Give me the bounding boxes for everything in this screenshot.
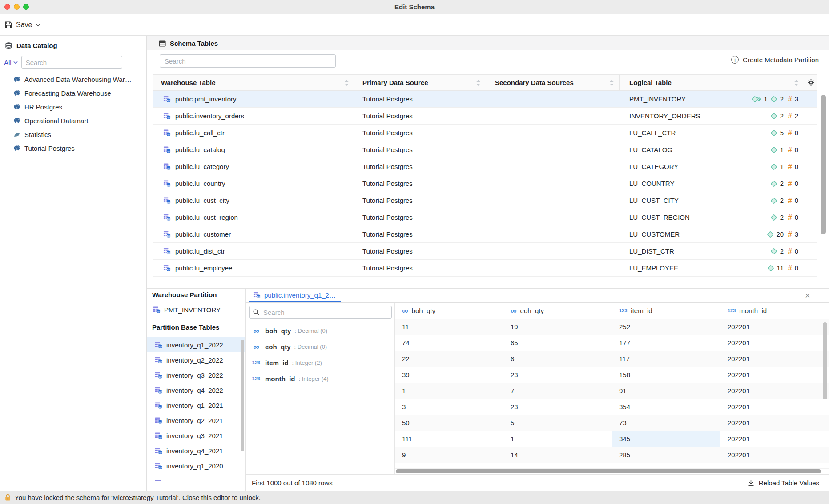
table-row[interactable]: public.lu_call_ctrTutorial PostgresLU_CA… [153, 125, 817, 141]
table-row[interactable]: public.lu_catalogTutorial PostgresLU_CAT… [153, 141, 817, 158]
grid-data-cell[interactable]: 285 [612, 447, 720, 463]
catalog-item[interactable]: HR Postgres [0, 100, 146, 114]
table-row[interactable]: public.pmt_inventoryTutorial PostgresPMT… [153, 91, 817, 108]
warehouse-table-icon [163, 129, 171, 137]
create-metadata-partition-button[interactable]: + Create Metadata Partition [731, 56, 819, 64]
grid-data-cell[interactable]: 23 [503, 367, 612, 383]
grid-data-cell[interactable]: 91 [612, 383, 720, 399]
logical-table-badges: 1#0 [770, 146, 798, 153]
partition-base-table-item[interactable]: inventory_q1_2020 [147, 458, 245, 473]
grid-data-cell[interactable]: 39 [395, 367, 503, 383]
column-search-input[interactable] [249, 306, 392, 319]
table-row[interactable]: public.inventory_ordersTutorial Postgres… [153, 108, 817, 125]
grid-data-cell[interactable]: 117 [612, 351, 720, 367]
save-button[interactable]: Save [4, 20, 40, 30]
logical-table-cell: LU_CATEGORY1#0 [620, 158, 804, 175]
grid-data-cell[interactable]: 1 [395, 383, 503, 399]
close-icon[interactable]: ✕ [805, 292, 810, 300]
grid-data-cell[interactable]: 202201 [720, 399, 829, 415]
warehouse-partition-table[interactable]: PMT_INVENTORY [147, 304, 245, 315]
grid-data-cell[interactable]: 5 [503, 415, 612, 431]
column-header-secondary-data-sources[interactable]: Secondary Data Sources [486, 75, 620, 90]
grid-data-cell[interactable]: 202201 [720, 319, 829, 335]
catalog-item[interactable]: Tutorial Postgres [0, 141, 146, 155]
partition-base-table-item[interactable]: inventory_q4_2021 [147, 443, 245, 458]
grid-data-cell[interactable]: 3 [395, 399, 503, 415]
grid-data-cell[interactable]: 73 [612, 415, 720, 431]
grid-data-cell[interactable]: 354 [612, 399, 720, 415]
table-settings-button[interactable] [804, 75, 817, 90]
grid-data-cell[interactable]: 202201 [720, 431, 829, 447]
catalog-filter-dropdown[interactable]: All [4, 59, 18, 66]
grid-data-cell[interactable]: 1 [503, 431, 612, 447]
table-row[interactable]: public.lu_countryTutorial PostgresLU_COU… [153, 175, 817, 192]
chevron-down-icon[interactable] [36, 24, 40, 27]
tab-table-preview[interactable]: public.inventory_q1_2… [249, 289, 341, 302]
catalog-item[interactable]: Statistics [0, 128, 146, 141]
grid-data-cell[interactable]: 19 [503, 319, 612, 335]
column-header-logical-table[interactable]: Logical Table [620, 75, 804, 90]
table-row[interactable]: public.lu_categoryTutorial PostgresLU_CA… [153, 158, 817, 175]
column-type: : Decimal (0) [294, 327, 327, 334]
partition-base-table-item[interactable]: inventory_q2_2022 [147, 352, 245, 367]
grid-column-header[interactable]: ∞eoh_qty [503, 303, 612, 319]
grid-data-cell[interactable]: 65 [503, 335, 612, 351]
grid-data-cell[interactable]: 202201 [720, 383, 829, 399]
grid-data-cell[interactable]: 11 [395, 319, 503, 335]
column-list-item[interactable]: 123item_id: Integer (2) [246, 355, 394, 371]
grid-data-cell[interactable]: 177 [612, 335, 720, 351]
grid-data-cell[interactable]: 345 [612, 431, 720, 447]
grid-data-cell[interactable]: 202201 [720, 367, 829, 383]
scrollbar-thumb[interactable] [241, 340, 244, 451]
grid-data-cell[interactable]: 14 [503, 447, 612, 463]
grid-column-header[interactable]: ∞boh_qty [395, 303, 503, 319]
grid-data-cell[interactable]: 202201 [720, 335, 829, 351]
grid-data-cell[interactable]: 50 [395, 415, 503, 431]
logical-table-cell: LU_EMPLOYEE11#0 [620, 260, 804, 276]
table-row[interactable]: public.lu_cust_regionTutorial PostgresLU… [153, 209, 817, 226]
column-list-item[interactable]: ∞boh_qty: Decimal (0) [246, 323, 394, 339]
scrollbar-thumb[interactable] [821, 95, 826, 234]
column-header-primary-data-source[interactable]: Primary Data Source [354, 75, 486, 90]
secondary-data-sources-cell [486, 260, 620, 276]
partition-base-table-item[interactable]: inventory_q1_2022 [147, 337, 245, 352]
partition-base-table-item[interactable]: inventory_q3_2022 [147, 367, 245, 383]
catalog-item[interactable]: Operational Datamart [0, 114, 146, 128]
grid-data-cell[interactable]: 252 [612, 319, 720, 335]
grid-column-header[interactable]: 123item_id [612, 303, 720, 319]
grid-data-cell[interactable]: 7 [503, 383, 612, 399]
table-row[interactable]: public.lu_dist_ctrTutorial PostgresLU_DI… [153, 243, 817, 260]
catalog-item[interactable]: Forecasting Data Warehouse [0, 86, 146, 100]
partition-base-table-item[interactable]: inventory_q2_2021 [147, 413, 245, 428]
grid-data-cell[interactable]: 202201 [720, 447, 829, 463]
hash-count: 0 [795, 163, 798, 170]
table-row[interactable]: public.lu_cust_cityTutorial PostgresLU_C… [153, 192, 817, 209]
column-list-item[interactable]: 123month_id: Integer (4) [246, 371, 394, 387]
catalog-search-input[interactable] [21, 56, 122, 69]
scrollbar-thumb[interactable] [823, 322, 827, 399]
grid-data-cell[interactable]: 158 [612, 367, 720, 383]
grid-data-cell[interactable]: 202201 [720, 415, 829, 431]
column-list-item[interactable]: ∞eoh_qty: Decimal (0) [246, 339, 394, 355]
schema-tables-search-input[interactable] [160, 54, 336, 68]
grid-data-cell[interactable]: 202201 [720, 351, 829, 367]
partition-base-table-item[interactable]: inventory_q4_2022 [147, 383, 245, 398]
diamond-count: 2 [780, 214, 784, 221]
table-row[interactable]: public.lu_customerTutorial PostgresLU_CU… [153, 226, 817, 243]
partition-base-table-item[interactable]: inventory_q3_2021 [147, 428, 245, 443]
partition-base-table-item[interactable]: inventory_q1_2021 [147, 398, 245, 413]
grid-data-cell[interactable]: 23 [503, 399, 612, 415]
scrollbar-thumb[interactable] [396, 469, 821, 473]
grid-data-cell[interactable]: 74 [395, 335, 503, 351]
column-header-warehouse-table[interactable]: Warehouse Table [153, 75, 354, 90]
grid-data-cell[interactable]: 22 [395, 351, 503, 367]
grid-column-header[interactable]: 123month_id [720, 303, 829, 319]
grid-data-cell[interactable]: 6 [503, 351, 612, 367]
horizontal-scrollbar[interactable] [396, 469, 825, 473]
grid-data-cell[interactable]: 111 [395, 431, 503, 447]
table-row[interactable]: public.lu_employeeTutorial PostgresLU_EM… [153, 260, 817, 277]
reload-table-values-button[interactable]: Reload Table Values [747, 479, 819, 487]
gear-column-cell [804, 108, 817, 124]
grid-data-cell[interactable]: 9 [395, 447, 503, 463]
catalog-item[interactable]: Advanced Data Warehousing War… [0, 73, 146, 86]
